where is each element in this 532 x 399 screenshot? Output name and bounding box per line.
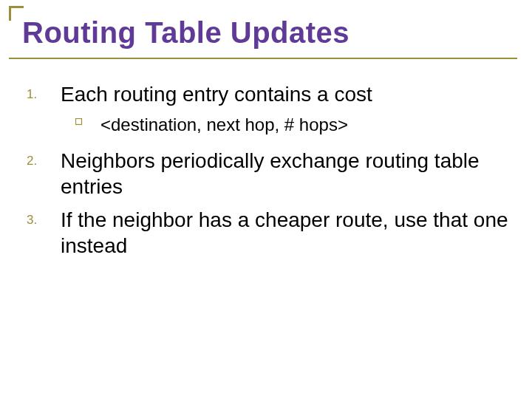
square-bullet-icon — [75, 113, 100, 126]
list-number: 2. — [22, 148, 61, 168]
list-number: 3. — [22, 207, 61, 228]
list-text: Each routing entry contains a cost — [61, 81, 510, 107]
list-text: Neighbors periodically exchange routing … — [61, 148, 510, 200]
list-item-1: 1. Each routing entry contains a cost — [22, 81, 510, 107]
slide: Routing Table Updates 1. Each routing en… — [0, 0, 532, 399]
sub-item-1: <destination, next hop, # hops> — [75, 113, 510, 136]
slide-title: Routing Table Updates — [22, 16, 349, 50]
sub-text: <destination, next hop, # hops> — [100, 113, 510, 136]
list-number: 1. — [22, 81, 61, 102]
slide-body: 1. Each routing entry contains a cost <d… — [22, 81, 510, 263]
svg-rect-0 — [76, 119, 82, 125]
title-underline — [9, 58, 517, 59]
corner-accent-icon — [9, 6, 24, 21]
list-item-2: 2. Neighbors periodically exchange routi… — [22, 148, 510, 200]
list-item-3: 3. If the neighbor has a cheaper route, … — [22, 207, 510, 259]
list-text: If the neighbor has a cheaper route, use… — [61, 207, 510, 259]
